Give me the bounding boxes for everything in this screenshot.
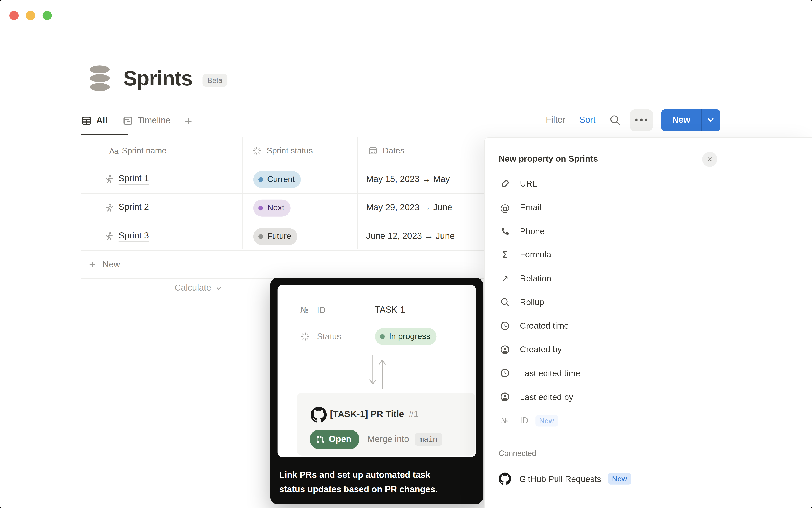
text-property-icon: Aa: [109, 146, 119, 155]
active-tab-underline: [81, 134, 128, 135]
column-divider[interactable]: [357, 137, 358, 249]
property-option-formula[interactable]: Σ Formula: [485, 243, 812, 267]
app-window: Sprints Beta All Timeline + Filter Sort: [0, 0, 812, 508]
header-sprint-name-label: Sprint name: [122, 146, 167, 156]
tab-all[interactable]: All: [81, 116, 107, 126]
tab-timeline[interactable]: Timeline: [123, 116, 171, 126]
search-icon: [609, 114, 622, 126]
filter-button[interactable]: Filter: [546, 115, 566, 125]
property-type-list: URL @ Email Phone Σ Formula ↗ Relat: [485, 172, 812, 432]
cell-sprint-status[interactable]: Future: [242, 228, 357, 245]
sigma-icon: Σ: [499, 249, 511, 260]
sprint-page-link[interactable]: Sprint 3: [119, 230, 149, 242]
status-pill: Next: [253, 199, 290, 216]
page-header: Sprints Beta: [88, 62, 228, 94]
more-options-button[interactable]: [630, 109, 653, 131]
header-sprint-status[interactable]: Sprint status: [242, 146, 357, 156]
pr-preview-card: [TASK-1] PR Title#1 Open Merge into main: [297, 393, 476, 455]
header-sprint-name[interactable]: Aa Sprint name: [81, 146, 242, 156]
link-icon: [499, 178, 511, 189]
id-property-value: TASK-1: [375, 305, 405, 315]
minimize-window-button[interactable]: [26, 11, 35, 20]
property-option-last-edited-by[interactable]: Last edited by: [485, 385, 812, 409]
status-pill: Future: [253, 228, 298, 245]
close-window-button[interactable]: [9, 11, 18, 20]
search-button[interactable]: [609, 114, 622, 126]
task-id-row: № ID TASK-1: [300, 300, 405, 319]
plus-icon: +: [89, 260, 96, 269]
calculate-button[interactable]: Calculate: [174, 283, 222, 293]
property-option-id[interactable]: № ID New: [485, 409, 812, 432]
ellipsis-icon: [635, 119, 638, 121]
new-dropdown-button[interactable]: [702, 116, 720, 124]
date-range: May 29, 2023 → June: [366, 203, 452, 213]
status-dot: [380, 334, 385, 339]
new-button[interactable]: New: [661, 109, 720, 131]
cell-sprint-status[interactable]: Next: [242, 199, 357, 216]
database-icon: [88, 64, 111, 92]
clock-icon: [499, 321, 511, 331]
runner-icon: [104, 231, 114, 242]
view-toolbar: Filter Sort New: [546, 109, 720, 131]
caption-line-1: Link PRs and set up automated task: [279, 468, 476, 482]
calendar-icon: [368, 146, 377, 156]
status-dot: [258, 177, 263, 181]
property-option-last-edited-time[interactable]: Last edited time: [485, 362, 812, 385]
property-option-created-by[interactable]: Created by: [485, 338, 812, 362]
id-number-icon: №: [300, 305, 317, 314]
task-status-row: Status In progress: [300, 327, 437, 345]
property-option-rollup[interactable]: Rollup: [485, 291, 812, 314]
clock-icon: [499, 368, 511, 379]
magnifier-icon: [499, 297, 511, 307]
caption-line-2: status updates based on PR changes.: [279, 482, 476, 496]
git-pull-request-icon: [316, 435, 325, 444]
status-spinner-icon: [300, 331, 317, 341]
close-panel-button[interactable]: ×: [702, 152, 717, 167]
property-option-url[interactable]: URL: [485, 172, 812, 196]
github-logo-icon: [499, 472, 511, 485]
status-dot: [258, 234, 263, 239]
chevron-down-icon: [707, 116, 715, 124]
status-dot: [258, 205, 263, 210]
sprint-page-link[interactable]: Sprint 1: [119, 173, 149, 185]
github-pull-requests-label: GitHub Pull Requests: [520, 474, 601, 484]
property-option-created-time[interactable]: Created time: [485, 314, 812, 338]
header-sprint-status-label: Sprint status: [267, 146, 313, 156]
column-divider[interactable]: [242, 137, 243, 249]
status-pill: In progress: [375, 328, 437, 345]
property-option-email[interactable]: @ Email: [485, 196, 812, 219]
status-property-label: Status: [317, 331, 375, 341]
runner-icon: [104, 203, 114, 213]
connected-github-option[interactable]: GitHub Pull Requests New: [499, 468, 631, 490]
person-circle-icon: [499, 344, 511, 355]
screenshot-stage: Sprints Beta All Timeline + Filter Sort: [0, 0, 812, 508]
sort-button[interactable]: Sort: [579, 115, 595, 125]
calculate-label: Calculate: [174, 283, 211, 293]
sprint-page-link[interactable]: Sprint 2: [119, 202, 149, 213]
pr-state-label: Open: [329, 434, 351, 444]
pr-meta-row: Open Merge into main: [310, 429, 442, 449]
id-number-icon: №: [499, 416, 511, 425]
pr-number: #1: [409, 409, 419, 419]
feature-caption: Link PRs and set up automated task statu…: [279, 468, 476, 496]
pr-title: [TASK-1] PR Title#1: [330, 409, 419, 420]
cell-sprint-name[interactable]: Sprint 1: [81, 173, 242, 185]
table-view-icon: [81, 116, 92, 126]
status-spinner-icon: [252, 146, 262, 156]
header-dates-label: Dates: [383, 146, 404, 156]
zoom-window-button[interactable]: [43, 11, 52, 20]
property-option-relation[interactable]: ↗ Relation: [485, 267, 812, 291]
close-icon: ×: [707, 155, 712, 164]
cell-sprint-status[interactable]: Current: [242, 171, 357, 188]
property-option-phone[interactable]: Phone: [485, 219, 812, 243]
tab-timeline-label: Timeline: [138, 116, 171, 126]
chevron-down-icon: [215, 285, 222, 292]
add-view-button[interactable]: +: [185, 116, 192, 126]
phone-icon: [499, 226, 511, 236]
date-range: May 15, 2023 → May: [366, 174, 450, 184]
cell-sprint-name[interactable]: Sprint 2: [81, 202, 242, 213]
viewbar-divider: [81, 135, 812, 135]
status-pill: Current: [253, 171, 301, 188]
add-row-label: New: [102, 259, 120, 270]
cell-sprint-name[interactable]: Sprint 3: [81, 230, 242, 242]
